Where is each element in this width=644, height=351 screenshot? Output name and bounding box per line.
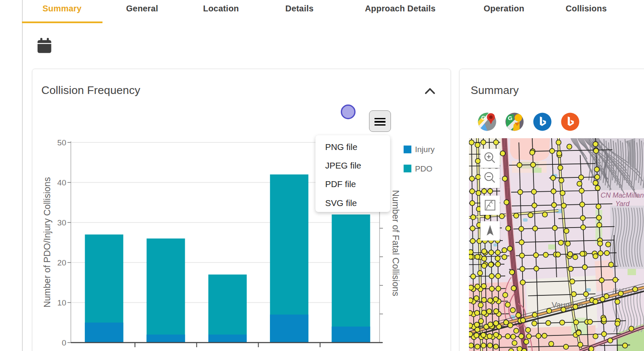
svg-text:30: 30 <box>57 218 66 227</box>
svg-text:20: 20 <box>57 258 66 267</box>
svg-text:Number of PDO/Injury Collision: Number of PDO/Injury Collisions <box>42 177 52 307</box>
svg-text:PDO: PDO <box>415 164 432 173</box>
svg-text:G: G <box>508 115 512 121</box>
svg-text:CN MacMillan: CN MacMillan <box>601 191 644 199</box>
svg-text:Yard: Yard <box>615 200 630 207</box>
svg-text:G: G <box>481 115 485 121</box>
svg-text:0: 0 <box>62 338 66 347</box>
svg-text:10: 10 <box>57 298 66 307</box>
svg-text:Injury: Injury <box>415 145 435 154</box>
svg-text:Number of Fatal Collisions: Number of Fatal Collisions <box>391 190 401 296</box>
svg-text:40: 40 <box>57 178 66 187</box>
svg-text:50: 50 <box>57 138 66 147</box>
svg-text:Vaughan: Vaughan <box>552 300 583 309</box>
